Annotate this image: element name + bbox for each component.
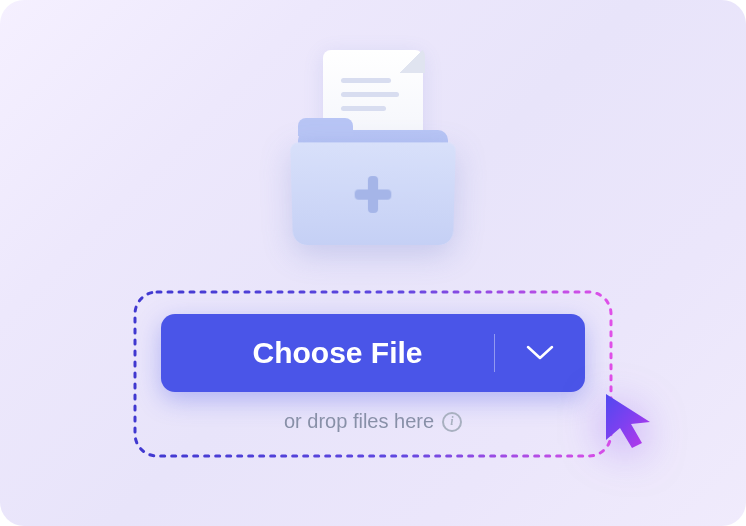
upload-panel: Choose File or drop files here i <box>0 0 746 526</box>
info-icon[interactable]: i <box>442 412 462 432</box>
choose-file-label: Choose File <box>161 336 494 370</box>
drop-hint-text: or drop files here <box>284 410 434 433</box>
file-dropzone[interactable]: Choose File or drop files here i <box>133 290 613 453</box>
choose-file-dropdown[interactable] <box>495 345 585 361</box>
folder-front-icon <box>290 142 456 245</box>
plus-icon <box>355 176 392 213</box>
folder-upload-illustration <box>283 50 463 260</box>
cursor-pointer-icon <box>596 386 666 456</box>
chevron-down-icon <box>526 345 554 361</box>
choose-file-button[interactable]: Choose File <box>161 314 585 392</box>
drop-files-hint: or drop files here i <box>284 410 462 433</box>
